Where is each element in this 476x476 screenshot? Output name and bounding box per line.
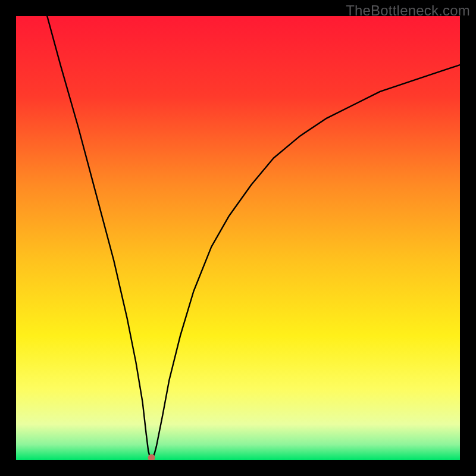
chart-frame (16, 16, 460, 460)
watermark-text: TheBottleneck.com (346, 2, 470, 19)
chart-background (16, 16, 460, 460)
bottleneck-chart (16, 16, 460, 460)
